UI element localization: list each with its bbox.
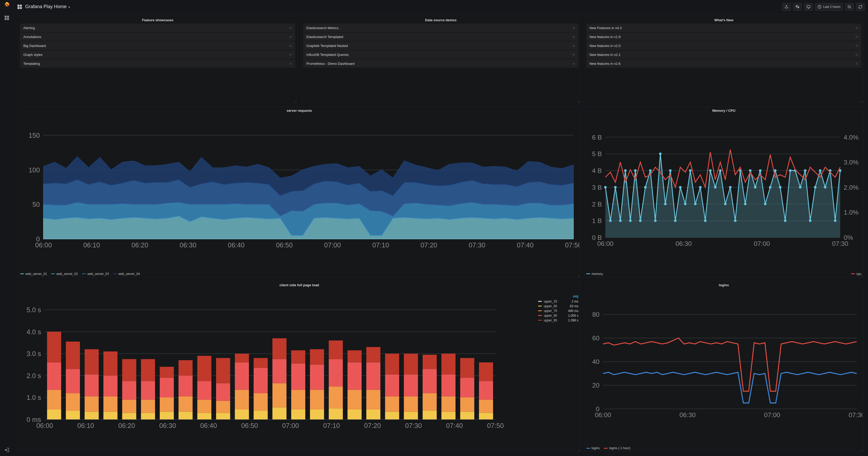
chart-logins[interactable]: 02040608006:0006:3007:0007:30 — [584, 288, 864, 445]
legend-item[interactable]: upper_901.005 s — [538, 313, 579, 318]
list-item[interactable]: New Features in v4.3☆ — [586, 24, 862, 32]
legend-item[interactable]: web_server_02 — [51, 272, 78, 276]
list-item[interactable]: Graph styles☆ — [20, 50, 295, 59]
list-item[interactable]: Alerting☆ — [20, 24, 295, 32]
list-item[interactable]: Graphite Templated Nested☆ — [303, 41, 578, 50]
resize-handle[interactable] — [578, 275, 580, 277]
svg-rect-139 — [85, 396, 99, 412]
svg-rect-238 — [460, 412, 474, 419]
zoom-out-button[interactable] — [845, 3, 854, 11]
chart-memory-cpu[interactable]: 0 B1 B2 B3 B4 B5 B6 B0%1.0%2.0%3.0%4.0%0… — [584, 114, 864, 271]
panel-page-load: client side full page load 0 ms1.0 s2.0 … — [18, 281, 581, 452]
resize-handle[interactable] — [861, 450, 863, 452]
svg-rect-163 — [179, 412, 193, 419]
svg-rect-128 — [47, 409, 61, 420]
star-icon[interactable]: ☆ — [572, 44, 575, 48]
svg-point-92 — [789, 169, 792, 172]
dashboard-title[interactable]: Grafana Play Home ▾ — [25, 4, 70, 9]
list-item-label: Elasticsearch Templated — [306, 35, 343, 39]
star-icon[interactable]: ☆ — [289, 44, 292, 48]
svg-rect-228 — [423, 411, 437, 419]
list-item[interactable]: Prometheus - Demo Dashboard☆ — [303, 59, 578, 68]
list-item[interactable]: New features in v2.6☆ — [586, 59, 862, 68]
svg-text:06:20: 06:20 — [131, 241, 148, 249]
grafana-logo-icon[interactable] — [3, 2, 10, 10]
star-icon[interactable]: ☆ — [572, 26, 575, 30]
star-icon[interactable]: ☆ — [855, 26, 858, 30]
star-icon[interactable]: ☆ — [289, 53, 292, 57]
svg-text:20: 20 — [592, 382, 599, 389]
star-icon[interactable]: ☆ — [289, 62, 292, 66]
star-icon[interactable]: ☆ — [289, 35, 292, 39]
list-item-label: New features in v2.1 — [590, 53, 621, 57]
list-item[interactable]: Big Dashboard☆ — [20, 41, 295, 50]
svg-text:06:00: 06:00 — [36, 422, 53, 429]
list-item[interactable]: New features in v1.9☆ — [586, 33, 862, 41]
legend-item[interactable]: web_server_01 — [20, 272, 47, 276]
svg-rect-226 — [404, 354, 418, 374]
list-item[interactable]: Annotations☆ — [20, 33, 295, 41]
resize-handle[interactable] — [861, 101, 863, 103]
svg-rect-194 — [291, 390, 305, 409]
legend-item[interactable]: logins — [586, 446, 600, 450]
legend-item[interactable]: memory — [586, 272, 603, 276]
svg-text:1.0%: 1.0% — [844, 209, 858, 216]
legend: web_server_01web_server_02web_server_03w… — [18, 271, 581, 277]
star-icon[interactable]: ☆ — [572, 53, 575, 57]
legend-table: avgupper_252 msupper_5063 msupper_75490 … — [538, 294, 579, 323]
list-item[interactable]: Elasticsearch Templated☆ — [303, 33, 578, 41]
list-item[interactable]: Elasticsearch Metrics☆ — [303, 24, 578, 32]
star-icon[interactable]: ☆ — [855, 35, 858, 39]
refresh-button[interactable] — [856, 3, 865, 11]
legend-item[interactable]: upper_75490 ms — [538, 308, 579, 313]
list-item[interactable]: New features in v2.0☆ — [586, 41, 862, 50]
legend-item[interactable]: logins (-1 hour) — [604, 446, 630, 450]
header: Grafana Play Home ▾ Last 2 hours — [13, 0, 868, 13]
main: Grafana Play Home ▾ Last 2 hours Feature… — [13, 0, 868, 456]
chart-server-requests[interactable]: 05010015006:0006:1006:2006:3006:4006:500… — [18, 114, 581, 271]
share-button[interactable] — [782, 3, 791, 11]
resize-handle[interactable] — [861, 275, 863, 277]
list-item[interactable]: InfluxDB Templated Queries☆ — [303, 50, 578, 59]
star-icon[interactable]: ☆ — [855, 62, 858, 66]
svg-rect-241 — [460, 358, 474, 377]
svg-text:07:00: 07:00 — [324, 241, 341, 249]
svg-text:06:00: 06:00 — [595, 412, 611, 419]
resize-handle[interactable] — [295, 101, 297, 103]
signin-icon[interactable] — [4, 447, 10, 453]
svg-point-60 — [629, 219, 631, 222]
svg-point-79 — [724, 203, 726, 205]
star-icon[interactable]: ☆ — [289, 26, 292, 30]
legend-item[interactable]: cpu — [846, 272, 862, 276]
settings-button[interactable] — [793, 3, 802, 11]
svg-rect-198 — [310, 409, 324, 420]
legend-item[interactable]: web_server_04 — [113, 272, 140, 276]
svg-rect-149 — [122, 400, 136, 413]
list-item[interactable]: New features in v2.1☆ — [586, 50, 862, 59]
legend-item[interactable]: upper_5063 ms — [538, 304, 579, 308]
svg-text:07:40: 07:40 — [517, 241, 534, 249]
star-icon[interactable]: ☆ — [855, 53, 858, 57]
tv-mode-button[interactable] — [804, 3, 813, 11]
legend-item[interactable]: upper_252 ms — [538, 299, 579, 304]
legend-item[interactable]: web_server_03 — [82, 272, 109, 276]
svg-rect-168 — [197, 413, 211, 419]
svg-point-57 — [614, 186, 617, 188]
dashboards-grid-icon[interactable] — [17, 4, 23, 10]
legend-item[interactable]: upper_951.398 s — [538, 318, 579, 323]
svg-rect-224 — [404, 396, 418, 412]
star-icon[interactable]: ☆ — [572, 35, 575, 39]
svg-rect-174 — [216, 401, 230, 413]
star-icon[interactable]: ☆ — [572, 62, 575, 66]
chart-page-load[interactable]: 0 ms1.0 s2.0 s3.0 s4.0 s5.0 s06:0006:100… — [18, 288, 581, 452]
dashboards-icon[interactable] — [4, 15, 10, 21]
list-item-label: Big Dashboard — [23, 44, 46, 48]
svg-rect-240 — [460, 377, 474, 397]
svg-rect-159 — [160, 397, 174, 412]
star-icon[interactable]: ☆ — [855, 44, 858, 48]
list-item[interactable]: Templating☆ — [20, 59, 295, 68]
resize-handle[interactable] — [578, 101, 580, 103]
svg-rect-189 — [273, 383, 287, 407]
time-range-button[interactable]: Last 2 hours — [815, 3, 843, 11]
resize-handle[interactable] — [578, 450, 580, 452]
